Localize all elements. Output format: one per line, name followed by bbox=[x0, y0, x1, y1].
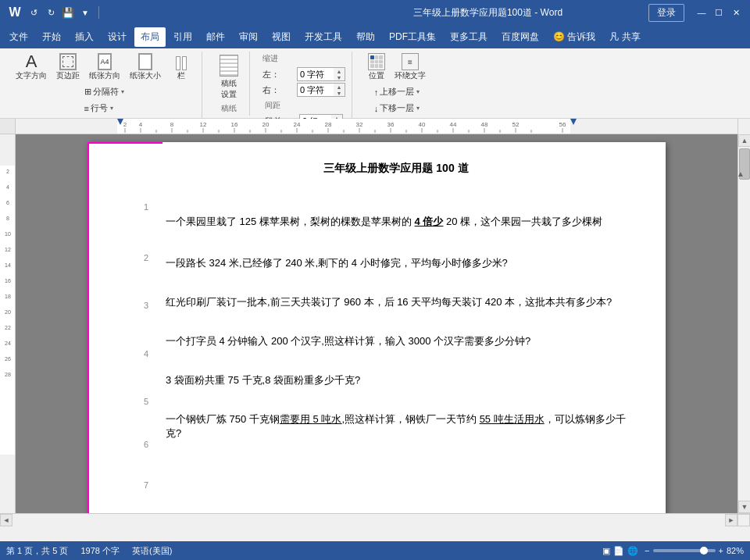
line-num-icon: ≡ bbox=[84, 104, 89, 113]
problem-6: 3 袋面粉共重 75 千克,8 袋面粉重多少千克? bbox=[166, 373, 627, 387]
break-button[interactable]: ⊞ 分隔符 ▾ bbox=[81, 84, 127, 99]
position-button[interactable]: 位置 bbox=[365, 52, 388, 83]
line-numbers: 1 2 3 4 5 6 7 bbox=[144, 142, 148, 505]
menu-share[interactable]: 凡 共享 bbox=[603, 27, 646, 47]
menu-references[interactable]: 引用 bbox=[167, 27, 198, 47]
ruler-container: 2 4 8 12 16 20 24 28 bbox=[0, 119, 750, 134]
line-num-2: 2 bbox=[144, 232, 148, 283]
menu-pdf[interactable]: PDF工具集 bbox=[383, 27, 442, 47]
svg-text:24: 24 bbox=[294, 121, 301, 128]
indent-right-input-group: ▲ ▼ bbox=[297, 83, 345, 97]
menu-more[interactable]: 更多工具 bbox=[444, 27, 494, 47]
orientation-button[interactable]: A4 纸张方向 bbox=[86, 52, 123, 83]
doc-area: 1 2 3 4 5 6 7 三年级上册数学应用题 100 道 一个果园里栽了 1… bbox=[16, 134, 738, 513]
scroll-up-button[interactable]: ▲ bbox=[738, 134, 750, 147]
svg-text:16: 16 bbox=[5, 278, 11, 284]
zoom-level[interactable]: 82% bbox=[727, 546, 744, 555]
menu-baidu[interactable]: 百度网盘 bbox=[495, 27, 545, 47]
indent-left-spin: ▲ ▼ bbox=[334, 68, 345, 80]
paper-size-button[interactable]: 纸张大小 bbox=[127, 52, 164, 83]
margin-icon bbox=[59, 53, 77, 70]
indent-right-down[interactable]: ▼ bbox=[334, 90, 345, 96]
indent-right-input[interactable] bbox=[298, 84, 334, 95]
indent-left-up[interactable]: ▲ bbox=[334, 68, 345, 74]
scroll-track-v[interactable] bbox=[738, 147, 750, 501]
minimize-button[interactable]: — bbox=[694, 5, 709, 20]
page-info: 第 1 页，共 5 页 bbox=[6, 545, 68, 557]
menu-layout[interactable]: 布局 bbox=[134, 27, 166, 47]
line-num-3: 3 bbox=[144, 283, 148, 328]
scroll-down-button[interactable]: ▼ bbox=[738, 501, 750, 513]
menu-view[interactable]: 视图 bbox=[266, 27, 297, 47]
menu-mail[interactable]: 邮件 bbox=[200, 27, 231, 47]
ribbon: A 文字方向 页边距 A4 纸张方向 纸张大小 bbox=[0, 48, 750, 119]
menu-bar: 文件 开始 插入 设计 布局 引用 邮件 审阅 视图 开发工具 帮助 PDF工具… bbox=[0, 25, 750, 48]
redo-button[interactable]: ↻ bbox=[44, 5, 58, 20]
menu-insert[interactable]: 插入 bbox=[69, 27, 100, 47]
title-bar-left: W ↺ ↻ 💾 ▼ bbox=[6, 4, 327, 21]
problem-2-highlight: 4 倍少 bbox=[415, 216, 444, 227]
svg-text:4: 4 bbox=[6, 184, 9, 190]
zoom-out-button[interactable]: − bbox=[645, 546, 649, 555]
restore-button[interactable]: ☐ bbox=[711, 5, 727, 20]
zoom-thumb bbox=[700, 547, 708, 555]
customize-button[interactable]: ▼ bbox=[78, 5, 92, 20]
menu-tell[interactable]: 😊 告诉我 bbox=[547, 27, 602, 47]
svg-text:44: 44 bbox=[450, 121, 457, 128]
problem-7-underline2: 55 吨生活用水 bbox=[480, 413, 545, 425]
menu-design[interactable]: 设计 bbox=[102, 27, 133, 47]
line-num-6: 6 bbox=[144, 424, 148, 465]
draft-button[interactable]: 稿纸 设置 bbox=[215, 52, 243, 102]
margin-button[interactable]: 页边距 bbox=[53, 52, 83, 83]
svg-text:10: 10 bbox=[5, 231, 11, 237]
forward-button[interactable]: ↑ 上移一层▾ bbox=[371, 84, 423, 99]
menu-dev[interactable]: 开发工具 bbox=[298, 27, 348, 47]
line-num-7: 7 bbox=[144, 465, 148, 505]
zoom-in-button[interactable]: + bbox=[719, 546, 723, 555]
problem-4: 红光印刷厂装订一批本,前三天共装订了 960 本，后 16 天平均每天装订 42… bbox=[166, 295, 627, 309]
menu-home[interactable]: 开始 bbox=[36, 27, 67, 47]
indent-left-input-group: ▲ ▼ bbox=[297, 67, 345, 81]
zoom-slider[interactable] bbox=[653, 549, 716, 552]
svg-text:40: 40 bbox=[419, 121, 426, 128]
indent-left-row: 左： ▲ ▼ bbox=[262, 67, 345, 81]
text-direction-button[interactable]: A 文字方向 bbox=[12, 52, 50, 83]
indent-left-input[interactable] bbox=[298, 69, 334, 80]
close-button[interactable]: ✕ bbox=[728, 5, 744, 20]
backward-icon: ↓ bbox=[374, 104, 379, 113]
menu-help[interactable]: 帮助 bbox=[350, 27, 381, 47]
svg-text:6: 6 bbox=[6, 200, 9, 205]
title-bar-title: 三年级上册数学应用题100道 - Word bbox=[327, 6, 648, 20]
print-view-icon[interactable]: ▣ bbox=[602, 546, 610, 556]
view-controls: ▣ 📄 🌐 bbox=[602, 546, 638, 556]
svg-text:20: 20 bbox=[5, 309, 11, 315]
web-view-icon[interactable]: 🌐 bbox=[627, 546, 638, 556]
indent-right-spin: ▲ ▼ bbox=[334, 84, 345, 96]
line-num-4: 4 bbox=[144, 328, 148, 379]
scroll-left-button[interactable]: ◄ bbox=[0, 514, 12, 526]
indent-right-up[interactable]: ▲ bbox=[334, 84, 345, 90]
indent-right-row: 右： ▲ ▼ bbox=[262, 83, 345, 97]
save-button[interactable]: 💾 bbox=[61, 5, 75, 20]
scroll-right-button[interactable]: ► bbox=[725, 514, 738, 526]
ribbon-draft-group: 稿纸 设置 稿纸 bbox=[209, 52, 250, 116]
scroll-corner bbox=[738, 514, 750, 526]
svg-text:22: 22 bbox=[5, 325, 11, 330]
title-bar: W ↺ ↻ 💾 ▼ 三年级上册数学应用题100道 - Word 登录 — ☐ ✕ bbox=[0, 0, 750, 25]
scrollbar-right: ▲ ▼ bbox=[738, 134, 750, 513]
reading-view-icon[interactable]: 📄 bbox=[613, 546, 624, 556]
menu-file[interactable]: 文件 bbox=[3, 27, 34, 47]
problem-5: 一个打字员 4 分钟输入 200 个汉字,照这样计算，输入 3000 个汉字需要… bbox=[166, 334, 627, 348]
word-icon: W bbox=[6, 4, 23, 21]
login-button[interactable]: 登录 bbox=[648, 4, 684, 22]
backward-button[interactable]: ↓ 下移一层▾ bbox=[371, 101, 423, 116]
svg-text:32: 32 bbox=[356, 121, 363, 128]
undo-button[interactable]: ↺ bbox=[27, 5, 41, 20]
break-icon: ⊞ bbox=[84, 87, 91, 97]
column-button[interactable]: 栏 bbox=[167, 52, 195, 83]
scroll-track-h[interactable] bbox=[12, 514, 725, 526]
wrap-text-button[interactable]: ≡ 环绕文字 bbox=[391, 52, 429, 83]
indent-left-down[interactable]: ▼ bbox=[334, 74, 345, 80]
menu-review[interactable]: 审阅 bbox=[233, 27, 264, 47]
line-num-button[interactable]: ≡ 行号 ▾ bbox=[81, 101, 127, 116]
